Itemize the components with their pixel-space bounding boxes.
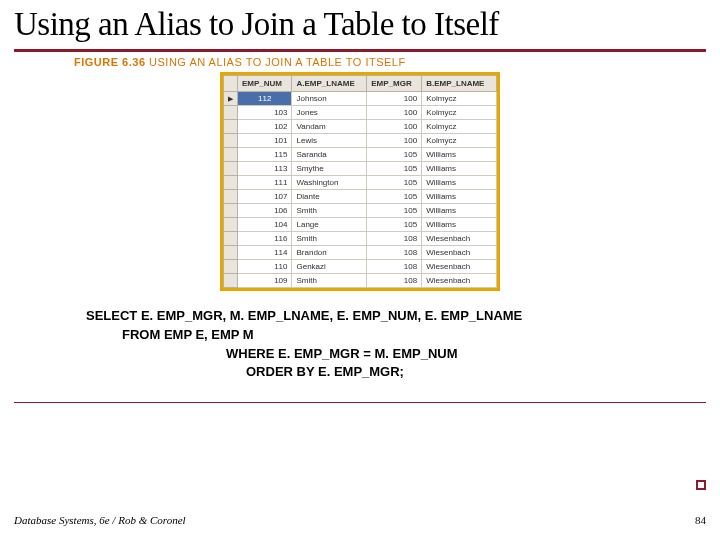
cell-b-lname: Williams <box>422 175 497 189</box>
cell-a-lname: Smith <box>292 273 367 287</box>
row-selector <box>224 105 238 119</box>
cell-a-lname: Smith <box>292 203 367 217</box>
cell-b-lname: Wiesenbach <box>422 231 497 245</box>
sql-line-4: ORDER BY E. EMP_MGR; <box>86 363 706 382</box>
accent-square-icon <box>696 480 706 490</box>
cell-emp-mgr: 105 <box>367 217 422 231</box>
row-selector <box>224 217 238 231</box>
row-selector <box>224 147 238 161</box>
table-row: 113Smythe105Williams <box>224 161 497 175</box>
cell-emp-num: 103 <box>238 105 292 119</box>
col-a-lname: A.EMP_LNAME <box>292 75 367 91</box>
sql-query: SELECT E. EMP_MGR, M. EMP_LNAME, E. EMP_… <box>86 307 706 382</box>
col-emp-mgr: EMP_MGR <box>367 75 422 91</box>
footer-left: Database Systems, 6e / Rob & Coronel <box>14 514 186 526</box>
table-row: 112Johnson100Kolmycz <box>224 91 497 105</box>
cell-a-lname: Johnson <box>292 91 367 105</box>
cell-b-lname: Williams <box>422 217 497 231</box>
row-selector <box>224 91 238 105</box>
cell-b-lname: Wiesenbach <box>422 273 497 287</box>
table-row: 103Jones100Kolmycz <box>224 105 497 119</box>
cell-emp-num: 110 <box>238 259 292 273</box>
cell-a-lname: Brandon <box>292 245 367 259</box>
page-title: Using an Alias to Join a Table to Itself <box>14 6 706 43</box>
sql-line-2: FROM EMP E, EMP M <box>86 326 706 345</box>
table-row: 110Genkazi108Wiesenbach <box>224 259 497 273</box>
table-body: 112Johnson100Kolmycz103Jones100Kolmycz10… <box>224 91 497 287</box>
table-row: 107Diante105Williams <box>224 189 497 203</box>
row-selector <box>224 189 238 203</box>
title-rule <box>14 49 706 52</box>
cell-emp-mgr: 105 <box>367 161 422 175</box>
cell-a-lname: Washington <box>292 175 367 189</box>
row-selector <box>224 231 238 245</box>
cell-emp-mgr: 108 <box>367 245 422 259</box>
slide-number: 84 <box>695 514 706 526</box>
cell-b-lname: Kolmycz <box>422 91 497 105</box>
table-row: 101Lewis100Kolmycz <box>224 133 497 147</box>
cell-b-lname: Wiesenbach <box>422 259 497 273</box>
cell-emp-mgr: 108 <box>367 231 422 245</box>
cell-a-lname: Saranda <box>292 147 367 161</box>
cell-emp-mgr: 100 <box>367 119 422 133</box>
slide: Using an Alias to Join a Table to Itself… <box>0 0 720 540</box>
cell-b-lname: Williams <box>422 203 497 217</box>
cell-emp-mgr: 105 <box>367 189 422 203</box>
figure-caption: FIGURE 6.36 USING AN ALIAS TO JOIN A TAB… <box>74 56 706 68</box>
cell-emp-num: 109 <box>238 273 292 287</box>
cell-b-lname: Kolmycz <box>422 105 497 119</box>
cell-b-lname: Williams <box>422 161 497 175</box>
cell-a-lname: Lewis <box>292 133 367 147</box>
cell-a-lname: Genkazi <box>292 259 367 273</box>
cell-a-lname: Diante <box>292 189 367 203</box>
cell-emp-mgr: 105 <box>367 147 422 161</box>
cell-a-lname: Smith <box>292 231 367 245</box>
cell-emp-num: 115 <box>238 147 292 161</box>
table-row: 109Smith108Wiesenbach <box>224 273 497 287</box>
table-row: 111Washington105Williams <box>224 175 497 189</box>
cell-emp-num: 116 <box>238 231 292 245</box>
footer-rule <box>14 402 706 403</box>
table-row: 116Smith108Wiesenbach <box>224 231 497 245</box>
cell-emp-mgr: 100 <box>367 105 422 119</box>
cell-emp-num: 101 <box>238 133 292 147</box>
cell-a-lname: Jones <box>292 105 367 119</box>
table-row: 102Vandam100Kolmycz <box>224 119 497 133</box>
row-selector <box>224 119 238 133</box>
cell-emp-num: 104 <box>238 217 292 231</box>
cell-emp-mgr: 108 <box>367 259 422 273</box>
cell-emp-num: 111 <box>238 175 292 189</box>
cell-a-lname: Vandam <box>292 119 367 133</box>
cell-b-lname: Williams <box>422 189 497 203</box>
row-selector-header <box>224 75 238 91</box>
sql-line-1: SELECT E. EMP_MGR, M. EMP_LNAME, E. EMP_… <box>86 307 706 326</box>
cell-b-lname: Wiesenbach <box>422 245 497 259</box>
cell-emp-num: 106 <box>238 203 292 217</box>
data-table: EMP_NUM A.EMP_LNAME EMP_MGR B.EMP_LNAME … <box>223 75 497 288</box>
figure-area: FIGURE 6.36 USING AN ALIAS TO JOIN A TAB… <box>14 56 706 291</box>
row-selector <box>224 245 238 259</box>
data-table-wrap: EMP_NUM A.EMP_LNAME EMP_MGR B.EMP_LNAME … <box>220 72 500 291</box>
cell-emp-num: 112 <box>238 91 292 105</box>
table-row: 114Brandon108Wiesenbach <box>224 245 497 259</box>
cell-emp-mgr: 108 <box>367 273 422 287</box>
row-selector <box>224 203 238 217</box>
row-selector <box>224 175 238 189</box>
figure-caption-text: USING AN ALIAS TO JOIN A TABLE TO ITSELF <box>149 56 406 68</box>
table-row: 115Saranda105Williams <box>224 147 497 161</box>
cell-emp-mgr: 105 <box>367 203 422 217</box>
figure-number: FIGURE 6.36 <box>74 56 146 68</box>
sql-line-3: WHERE E. EMP_MGR = M. EMP_NUM <box>86 345 706 364</box>
table-row: 104Lange105Williams <box>224 217 497 231</box>
col-b-lname: B.EMP_LNAME <box>422 75 497 91</box>
cell-a-lname: Smythe <box>292 161 367 175</box>
table-row: 106Smith105Williams <box>224 203 497 217</box>
cell-b-lname: Williams <box>422 147 497 161</box>
cell-emp-mgr: 105 <box>367 175 422 189</box>
row-selector <box>224 259 238 273</box>
row-selector <box>224 273 238 287</box>
table-header-row: EMP_NUM A.EMP_LNAME EMP_MGR B.EMP_LNAME <box>224 75 497 91</box>
cell-emp-num: 107 <box>238 189 292 203</box>
row-selector <box>224 161 238 175</box>
cell-emp-num: 113 <box>238 161 292 175</box>
